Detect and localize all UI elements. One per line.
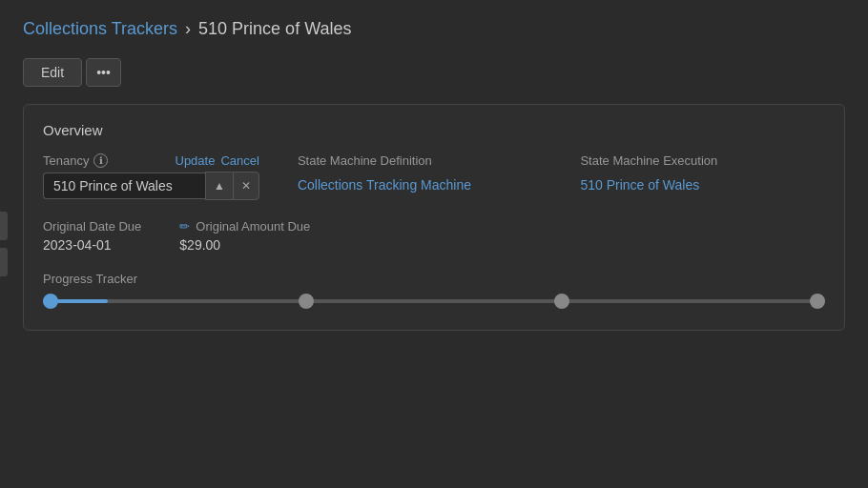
tenancy-info-icon[interactable]: ℹ xyxy=(93,153,108,168)
second-row: Original Date Due 2023-04-01 ✏ Original … xyxy=(43,219,825,253)
tenancy-up-button[interactable]: ▲ xyxy=(205,172,233,200)
original-amount-due-field: ✏ Original Amount Due $29.00 xyxy=(179,219,825,253)
progress-track-wrapper xyxy=(43,295,825,307)
original-date-due-value: 2023-04-01 xyxy=(43,237,141,253)
tenancy-input-row: ▲ ✕ xyxy=(43,172,259,200)
state-machine-execution-value[interactable]: 510 Prince of Wales xyxy=(580,177,825,193)
progress-tracker-label: Progress Tracker xyxy=(43,272,825,286)
tenancy-clear-button[interactable]: ✕ xyxy=(233,172,259,200)
breadcrumb-current: 510 Prince of Wales xyxy=(198,19,351,39)
dots-container xyxy=(43,294,825,309)
original-amount-due-label: Original Amount Due xyxy=(196,219,310,234)
edit-button[interactable]: Edit xyxy=(23,58,82,87)
breadcrumb-separator: › xyxy=(185,19,191,39)
amount-edit-icon[interactable]: ✏ xyxy=(179,219,190,234)
tenancy-field: Tenancy ℹ Update Cancel ▲ ✕ xyxy=(43,153,259,200)
tracker-dot-1[interactable] xyxy=(43,294,58,309)
sidebar-tab-1[interactable] xyxy=(0,212,8,240)
tracker-dot-2[interactable] xyxy=(299,294,314,309)
state-machine-definition-value[interactable]: Collections Tracking Machine xyxy=(298,177,543,193)
fields-row: Tenancy ℹ Update Cancel ▲ ✕ State Machin… xyxy=(43,153,825,200)
breadcrumb-parent[interactable]: Collections Trackers xyxy=(23,19,177,39)
tenancy-actions: Update Cancel xyxy=(176,153,259,168)
tenancy-update-link[interactable]: Update xyxy=(176,153,216,168)
progress-tracker-section: Progress Tracker xyxy=(43,272,825,307)
tenancy-input[interactable] xyxy=(43,173,205,199)
tenancy-label-row: Tenancy ℹ Update Cancel xyxy=(43,153,259,168)
original-date-due-label: Original Date Due xyxy=(43,219,141,234)
sidebar-tab-2[interactable] xyxy=(0,248,8,276)
state-machine-definition-label: State Machine Definition xyxy=(298,153,543,168)
toolbar: Edit ••• xyxy=(23,58,845,87)
tracker-dot-4[interactable] xyxy=(810,294,825,309)
more-options-button[interactable]: ••• xyxy=(86,58,121,87)
state-machine-definition-field: State Machine Definition Collections Tra… xyxy=(298,153,543,193)
original-date-due-field: Original Date Due 2023-04-01 xyxy=(43,219,141,253)
state-machine-execution-field: State Machine Execution 510 Prince of Wa… xyxy=(580,153,825,193)
state-machine-execution-label: State Machine Execution xyxy=(580,153,825,168)
breadcrumb: Collections Trackers › 510 Prince of Wal… xyxy=(23,19,845,39)
overview-card: Overview Tenancy ℹ Update Cancel ▲ ✕ xyxy=(23,104,845,331)
original-amount-due-value: $29.00 xyxy=(179,237,825,253)
sidebar-tabs xyxy=(0,212,8,276)
tenancy-cancel-link[interactable]: Cancel xyxy=(220,153,258,168)
amount-label-row: ✏ Original Amount Due xyxy=(179,219,825,234)
tracker-dot-3[interactable] xyxy=(554,294,569,309)
tenancy-label: Tenancy ℹ xyxy=(43,153,108,168)
overview-title: Overview xyxy=(43,122,825,138)
